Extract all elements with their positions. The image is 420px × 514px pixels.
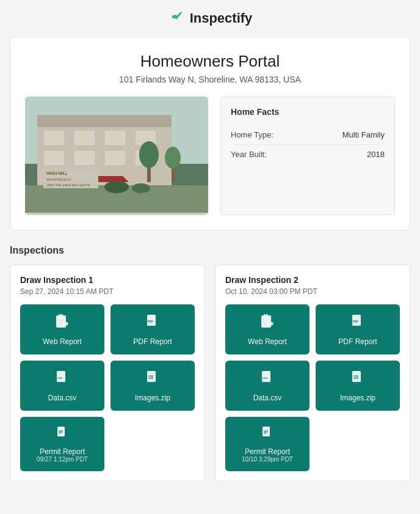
svg-rect-24 xyxy=(56,315,66,328)
svg-point-23 xyxy=(132,183,150,193)
inspection-2-buttons: Web Report PDF PDF Report xyxy=(225,304,400,471)
inspection-1-permit-button[interactable]: Permit Report 09/27 1:12pm PDT xyxy=(20,417,104,471)
permit-report-icon-2 xyxy=(260,425,275,442)
pdf-report-icon-2: PDF xyxy=(349,313,366,332)
inspection-2-date: Oct 10, 2024 03:00 PM PDT xyxy=(225,287,400,296)
inspection-1-permit-sub: 09/27 1:12pm PDT xyxy=(37,456,88,463)
svg-text:PDF: PDF xyxy=(353,320,358,323)
fact-label-home-type: Home Type: xyxy=(231,130,273,139)
images-zip-icon xyxy=(144,369,161,389)
inspection-2-web-report-label: Web Report xyxy=(248,337,287,346)
portal-title: Homeowners Portal xyxy=(25,52,395,71)
inspections-section: Inspections Draw Inspection 1 Sep 27, 20… xyxy=(10,245,410,482)
property-image: HIGH HILL APARTMENTS 18557 FIRLANDS WAY … xyxy=(25,97,208,215)
svg-rect-42 xyxy=(261,315,271,328)
inspection-1-permit-label: Permit Report xyxy=(37,447,88,456)
inspectify-logo-icon xyxy=(168,10,185,27)
home-facts-title: Home Facts xyxy=(231,107,385,117)
web-report-icon-2 xyxy=(259,313,276,332)
svg-point-21 xyxy=(165,147,181,169)
home-facts-panel: Home Facts Home Type: Multi Family Year … xyxy=(220,97,395,215)
csv-icon-2: CSV xyxy=(259,369,276,389)
page-header: Inspectify xyxy=(10,10,410,27)
inspection-2-pdf-report-button[interactable]: PDF PDF Report xyxy=(316,304,400,354)
svg-rect-29 xyxy=(147,324,156,326)
svg-text:CSV: CSV xyxy=(57,376,63,380)
images-zip-icon-2 xyxy=(349,369,366,389)
svg-rect-5 xyxy=(74,130,95,145)
fact-row-year-built: Year Built: 2018 xyxy=(231,145,385,164)
fact-value-home-type: Multi Family xyxy=(342,130,385,139)
property-info: HIGH HILL APARTMENTS 18557 FIRLANDS WAY … xyxy=(25,97,395,215)
fact-label-year-built: Year Built: xyxy=(231,150,267,159)
permit-report-icon xyxy=(55,425,70,442)
inspections-grid: Draw Inspection 1 Sep 27, 2024 10:15 AM … xyxy=(10,265,410,482)
svg-rect-9 xyxy=(74,150,95,166)
inspection-1-csv-label: Data.csv xyxy=(48,394,77,402)
inspection-1-web-report-label: Web Report xyxy=(43,337,82,346)
svg-rect-8 xyxy=(43,150,65,166)
svg-rect-6 xyxy=(104,130,126,145)
inspection-1-name: Draw Inspection 1 xyxy=(20,275,195,285)
inspection-2-permit-button[interactable]: Permit Report 10/10 3:29pm PDT xyxy=(225,417,310,471)
portal-card: Homeowners Portal 101 Firlands Way N, Sh… xyxy=(10,37,410,230)
inspection-2-csv-label: Data.csv xyxy=(253,394,282,402)
portal-address: 101 Firlands Way N, Shoreline, WA 98133,… xyxy=(25,75,395,84)
svg-text:HIGH HILL: HIGH HILL xyxy=(46,171,68,175)
web-report-icon xyxy=(54,313,71,332)
inspection-1-zip-label: Images.zip xyxy=(135,394,170,402)
inspection-card-2: Draw Inspection 2 Oct 10, 2024 03:00 PM … xyxy=(215,265,410,482)
inspection-1-date: Sep 27, 2024 10:15 AM PDT xyxy=(20,287,195,296)
svg-rect-3 xyxy=(37,115,172,127)
svg-rect-4 xyxy=(43,130,65,145)
inspection-card-1: Draw Inspection 1 Sep 27, 2024 10:15 AM … xyxy=(10,265,205,482)
svg-text:PDF: PDF xyxy=(148,320,153,323)
inspection-2-zip-label: Images.zip xyxy=(340,394,375,402)
inspection-2-permit-sub: 10/10 3:29pm PDT xyxy=(242,456,293,463)
svg-point-22 xyxy=(104,181,129,193)
inspection-1-web-report-button[interactable]: Web Report xyxy=(20,304,104,354)
inspection-1-pdf-report-button[interactable]: PDF PDF Report xyxy=(110,304,195,354)
inspection-1-buttons: Web Report PDF PDF Report xyxy=(20,304,195,471)
inspection-1-csv-button[interactable]: CSV Data.csv xyxy=(20,361,104,411)
inspection-2-zip-button[interactable]: Images.zip xyxy=(316,361,400,411)
inspection-1-pdf-report-label: PDF Report xyxy=(133,337,172,346)
property-image-svg: HIGH HILL APARTMENTS 18557 FIRLANDS WAY … xyxy=(25,97,208,213)
csv-icon: CSV xyxy=(54,369,71,389)
inspection-2-name: Draw Inspection 2 xyxy=(225,275,400,285)
svg-rect-10 xyxy=(104,150,126,166)
svg-point-19 xyxy=(139,141,159,168)
inspection-2-csv-button[interactable]: CSV Data.csv xyxy=(225,361,310,411)
inspection-2-web-report-button[interactable]: Web Report xyxy=(225,304,310,354)
inspection-1-zip-button[interactable]: Images.zip xyxy=(110,361,195,411)
fact-row-home-type: Home Type: Multi Family xyxy=(231,125,385,145)
inspection-2-pdf-report-label: PDF Report xyxy=(338,337,377,346)
fact-value-year-built: 2018 xyxy=(367,150,385,159)
svg-text:APARTMENTS: APARTMENTS xyxy=(46,178,71,182)
inspections-title: Inspections xyxy=(10,245,410,256)
svg-text:CSV: CSV xyxy=(262,376,268,380)
pdf-report-icon: PDF xyxy=(144,313,161,332)
inspection-2-permit-label: Permit Report xyxy=(242,447,293,456)
inspectify-logo-text: Inspectify xyxy=(190,10,253,26)
svg-text:18557 FIRLANDS WAY NORTH: 18557 FIRLANDS WAY NORTH xyxy=(46,183,90,187)
